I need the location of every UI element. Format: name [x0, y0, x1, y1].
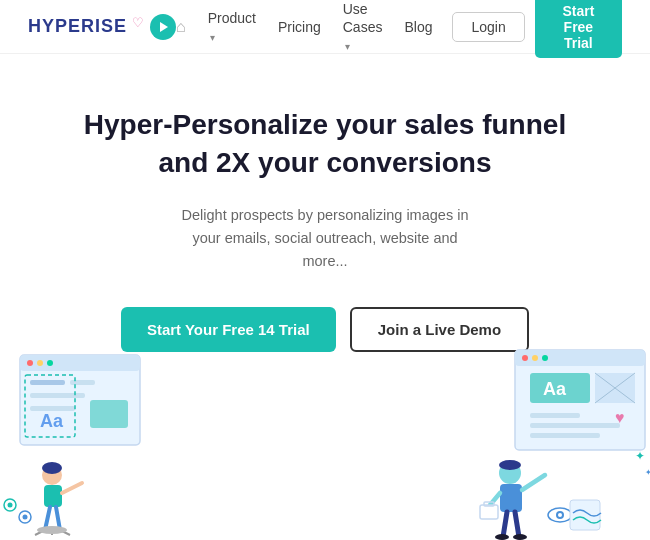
svg-rect-31 — [530, 373, 590, 403]
nav-home[interactable]: ⌂ — [176, 18, 186, 36]
svg-rect-1 — [20, 355, 140, 371]
hero-title: Hyper-Personalize your sales funnel and … — [84, 106, 566, 182]
svg-text:Aa: Aa — [40, 411, 64, 431]
svg-text:✦: ✦ — [635, 449, 645, 463]
svg-line-19 — [60, 530, 70, 535]
svg-text:✦: ✦ — [645, 468, 650, 477]
svg-rect-47 — [480, 505, 498, 519]
svg-point-22 — [4, 499, 16, 511]
svg-line-17 — [62, 483, 82, 493]
svg-point-28 — [522, 355, 528, 361]
illustrations: Aa — [0, 345, 650, 540]
svg-rect-26 — [515, 350, 645, 450]
svg-rect-0 — [20, 355, 140, 445]
nav-blog[interactable]: Blog — [404, 18, 432, 36]
left-illustration: Aa — [0, 345, 175, 535]
home-icon: ⌂ — [176, 18, 186, 35]
nav-product[interactable]: Product ▾ — [208, 9, 256, 45]
join-demo-button[interactable]: Join a Live Demo — [350, 307, 529, 352]
svg-rect-5 — [30, 380, 65, 385]
svg-rect-14 — [44, 485, 62, 507]
svg-rect-38 — [530, 433, 600, 438]
hero-section: Hyper-Personalize your sales funnel and … — [0, 54, 650, 540]
svg-point-25 — [23, 515, 28, 520]
product-chevron-icon: ▾ — [210, 32, 215, 43]
svg-line-15 — [45, 507, 50, 530]
svg-line-16 — [56, 507, 60, 530]
svg-point-24 — [19, 511, 31, 523]
nav-use-cases[interactable]: Use Cases ▾ — [343, 0, 383, 54]
svg-point-4 — [47, 360, 53, 366]
right-illustration: Aa ♥ ✦ ✦ — [475, 345, 650, 540]
logo-text: HYPERISE — [28, 16, 127, 37]
svg-point-51 — [495, 534, 509, 540]
svg-point-55 — [558, 513, 562, 517]
svg-point-29 — [532, 355, 538, 361]
svg-line-50 — [515, 512, 519, 537]
nav-links: ⌂ Product ▾ Pricing Use Cases ▾ Blog — [176, 0, 432, 54]
hero-cta: Start Your Free 14 Trial Join a Live Dem… — [121, 307, 529, 352]
logo: HYPERISE ♡ — [28, 14, 176, 40]
hero-subtitle: Delight prospects by personalizing image… — [170, 204, 480, 274]
svg-line-18 — [35, 530, 45, 535]
svg-point-2 — [27, 360, 33, 366]
svg-line-34 — [595, 373, 635, 403]
nav-actions: Login Start Free Trial — [452, 0, 622, 58]
svg-rect-33 — [595, 373, 635, 403]
svg-line-46 — [490, 493, 500, 505]
hero-content: Hyper-Personalize your sales funnel and … — [0, 54, 650, 352]
nav-pricing[interactable]: Pricing — [278, 18, 321, 36]
svg-point-42 — [499, 462, 521, 484]
svg-rect-56 — [570, 500, 600, 530]
svg-rect-10 — [25, 375, 75, 437]
start-free-trial-button[interactable]: Start Free Trial — [535, 0, 622, 58]
svg-text:♥: ♥ — [615, 409, 625, 426]
use-cases-chevron-icon: ▾ — [345, 41, 350, 52]
svg-line-45 — [522, 475, 545, 490]
svg-rect-27 — [515, 350, 645, 366]
svg-point-21 — [37, 526, 67, 534]
start-trial-button[interactable]: Start Your Free 14 Trial — [121, 307, 336, 352]
svg-point-12 — [42, 465, 62, 485]
login-button[interactable]: Login — [452, 12, 524, 42]
logo-heart-icon: ♡ — [132, 15, 144, 30]
blog-link[interactable]: Blog — [404, 19, 432, 35]
svg-point-43 — [499, 460, 521, 470]
svg-point-3 — [37, 360, 43, 366]
svg-rect-8 — [30, 406, 75, 411]
svg-rect-6 — [70, 380, 95, 385]
svg-point-13 — [42, 462, 62, 474]
svg-point-53 — [548, 508, 572, 522]
svg-rect-37 — [530, 423, 620, 428]
use-cases-link[interactable]: Use Cases ▾ — [343, 1, 383, 53]
pricing-link[interactable]: Pricing — [278, 19, 321, 35]
svg-point-54 — [556, 511, 564, 519]
svg-line-35 — [595, 373, 635, 403]
svg-point-30 — [542, 355, 548, 361]
svg-rect-36 — [530, 413, 580, 418]
svg-line-49 — [503, 512, 507, 537]
svg-rect-44 — [500, 484, 522, 512]
svg-text:Aa: Aa — [543, 379, 567, 399]
svg-rect-11 — [90, 400, 128, 428]
svg-rect-48 — [484, 502, 494, 506]
product-link[interactable]: Product ▾ — [208, 10, 256, 44]
svg-rect-7 — [30, 393, 85, 398]
navbar: HYPERISE ♡ ⌂ Product ▾ Pricing Use Cases… — [0, 0, 650, 54]
logo-play-icon — [150, 14, 176, 40]
svg-point-52 — [513, 534, 527, 540]
svg-point-23 — [8, 503, 13, 508]
